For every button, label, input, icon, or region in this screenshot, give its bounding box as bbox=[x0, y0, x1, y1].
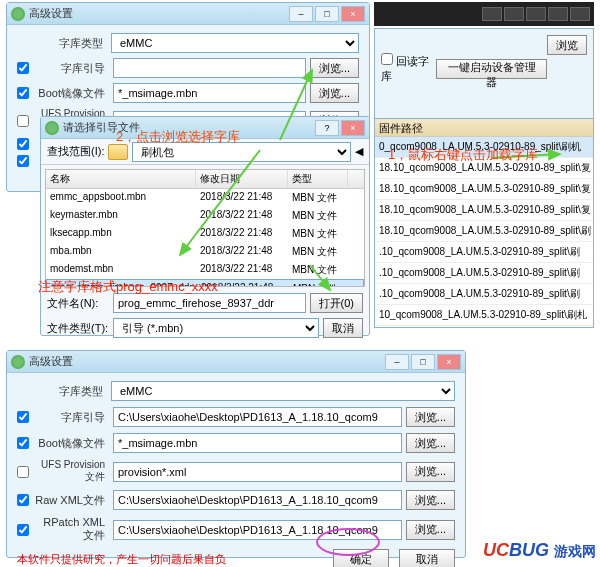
ok-button[interactable]: 确定 bbox=[333, 549, 389, 567]
ufs-field[interactable] bbox=[113, 462, 402, 482]
app-icon bbox=[45, 121, 59, 135]
device-manager-button[interactable]: 一键启动设备管理器 bbox=[436, 59, 547, 79]
raw-check[interactable] bbox=[17, 494, 29, 506]
bootimg-field[interactable] bbox=[113, 433, 402, 453]
label-libtype: 字库类型 bbox=[17, 384, 107, 399]
firmware-row[interactable]: .10_qcom9008_LA.UM.5.3-02910-89_split\刷 bbox=[375, 242, 593, 263]
toolbar-btn[interactable] bbox=[504, 7, 524, 21]
label-bootimg: Boot镜像文件 bbox=[33, 86, 109, 101]
file-row[interactable]: keymaster.mbn2018/3/22 21:48MBN 文件 bbox=[46, 207, 364, 225]
app-icon bbox=[11, 355, 25, 369]
close-button[interactable]: × bbox=[341, 120, 365, 136]
rp-field[interactable] bbox=[113, 520, 402, 540]
file-list: 名称 修改日期 类型 emmc_appsboot.mbn2018/3/22 21… bbox=[45, 169, 365, 287]
firmware-row[interactable]: 18.10_qcom9008_LA.UM.5.3-02910-89_split\… bbox=[375, 221, 593, 242]
browse-button[interactable]: 浏览... bbox=[406, 520, 455, 540]
file-row[interactable]: mba.mbn2018/3/22 21:48MBN 文件 bbox=[46, 243, 364, 261]
firmware-row[interactable]: 18.10_qcom9008_LA.UM.5.3-02910-89_split\… bbox=[375, 179, 593, 200]
annotation-2: 2，点击浏览选择字库 bbox=[116, 128, 240, 146]
ufs-check[interactable] bbox=[17, 115, 29, 127]
window-title: 高级设置 bbox=[29, 6, 289, 21]
close-button[interactable]: × bbox=[341, 6, 365, 22]
toolbar-btn[interactable] bbox=[526, 7, 546, 21]
titlebar[interactable]: 高级设置 – □ × bbox=[7, 351, 465, 373]
firmware-row[interactable]: 10_qcom9008_LA.UM.5.3-02910-89_split\刷札 bbox=[375, 305, 593, 326]
scope-label: 查找范围(I): bbox=[47, 144, 104, 159]
maximize-button[interactable]: □ bbox=[411, 354, 435, 370]
toolbar-btn[interactable] bbox=[548, 7, 568, 21]
file-row[interactable]: modemst.mbn2018/3/22 21:48MBN 文件 bbox=[46, 261, 364, 279]
libtype-select[interactable]: eMMC bbox=[111, 33, 359, 53]
open-button[interactable]: 打开(0) bbox=[310, 293, 363, 313]
file-row[interactable]: lksecapp.mbn2018/3/22 21:48MBN 文件 bbox=[46, 225, 364, 243]
toolbar-btn[interactable] bbox=[570, 7, 590, 21]
label-libguide: 字库引导 bbox=[33, 61, 109, 76]
filetype-label: 文件类型(T): bbox=[47, 321, 109, 336]
libtype-select[interactable]: eMMC bbox=[111, 381, 455, 401]
bootimg-field[interactable] bbox=[113, 83, 306, 103]
file-list-header: 名称 修改日期 类型 bbox=[46, 170, 364, 189]
file-row[interactable]: emmc_appsboot.mbn2018/3/22 21:48MBN 文件 bbox=[46, 189, 364, 207]
label-libtype: 字库类型 bbox=[17, 36, 107, 51]
browse-button[interactable]: 浏览... bbox=[406, 433, 455, 453]
nav-back-icon[interactable]: ◀ bbox=[355, 145, 363, 158]
minimize-button[interactable]: – bbox=[385, 354, 409, 370]
browse-button[interactable]: 浏览 bbox=[547, 35, 587, 55]
firmware-row[interactable]: 18.10_qcom9008_LA.UM.5.3-02910-89_split\… bbox=[375, 200, 593, 221]
app-toolbar bbox=[374, 2, 594, 26]
filename-field[interactable] bbox=[113, 293, 306, 313]
titlebar[interactable]: 高级设置 – □ × bbox=[7, 3, 369, 25]
cancel-button[interactable]: 取消 bbox=[399, 549, 455, 567]
firmware-list-header: 固件路径 bbox=[375, 119, 593, 137]
browse-button[interactable]: 浏览... bbox=[406, 490, 455, 510]
rp-check[interactable] bbox=[17, 524, 29, 536]
browse-button[interactable]: 浏览... bbox=[310, 58, 359, 78]
readlib-checkbox[interactable]: 回读字库 bbox=[381, 53, 436, 84]
right-panel: 浏览 回读字库 一键启动设备管理器 bbox=[374, 28, 594, 120]
filename-label: 文件名(N): bbox=[47, 296, 109, 311]
firmware-row[interactable]: .10_qcom9008_LA.UM.5.3-02910-89_split\刷 bbox=[375, 284, 593, 305]
browse-button[interactable]: 浏览... bbox=[310, 83, 359, 103]
libguide-check[interactable] bbox=[17, 62, 29, 74]
disclaimer: 本软件只提供研究，产生一切问题后果自负 bbox=[17, 552, 226, 567]
help-button[interactable]: ? bbox=[315, 120, 339, 136]
raw-check[interactable] bbox=[17, 138, 29, 150]
cancel-button[interactable]: 取消 bbox=[323, 318, 363, 338]
toolbar-btn[interactable] bbox=[482, 7, 502, 21]
libguide-field[interactable] bbox=[113, 407, 402, 427]
browse-button[interactable]: 浏览... bbox=[406, 462, 455, 482]
libguide-field[interactable] bbox=[113, 58, 306, 78]
filetype-select[interactable]: 引导 (*.mbn) bbox=[113, 318, 319, 338]
bootimg-check[interactable] bbox=[17, 437, 29, 449]
annotation-3: 注意字库格式prog_emmc_xxxx bbox=[38, 278, 218, 296]
raw-field[interactable] bbox=[113, 490, 402, 510]
ufs-check[interactable] bbox=[17, 466, 29, 478]
firmware-row[interactable]: .10_qcom9008_LA.UM.5.3-02910-89_split\刷 bbox=[375, 263, 593, 284]
minimize-button[interactable]: – bbox=[289, 6, 313, 22]
file-dialog: 请选择引导文件 ?× 查找范围(I): 刷机包 ◀ 名称 修改日期 类型 emm… bbox=[40, 116, 370, 336]
app-icon bbox=[11, 7, 25, 21]
browse-button[interactable]: 浏览... bbox=[406, 407, 455, 427]
watermark: UCBUG 游戏网 bbox=[483, 540, 596, 561]
maximize-button[interactable]: □ bbox=[315, 6, 339, 22]
libguide-check[interactable] bbox=[17, 411, 29, 423]
window-title: 高级设置 bbox=[29, 354, 385, 369]
close-button[interactable]: × bbox=[437, 354, 461, 370]
advanced-settings-window-bottom: 高级设置 – □ × 字库类型eMMC 字库引导浏览... Boot镜像文件浏览… bbox=[6, 350, 466, 558]
annotation-1: 1，鼠标右键点击加载字库 bbox=[388, 146, 538, 164]
bootimg-check[interactable] bbox=[17, 87, 29, 99]
rp-check[interactable] bbox=[17, 155, 29, 167]
